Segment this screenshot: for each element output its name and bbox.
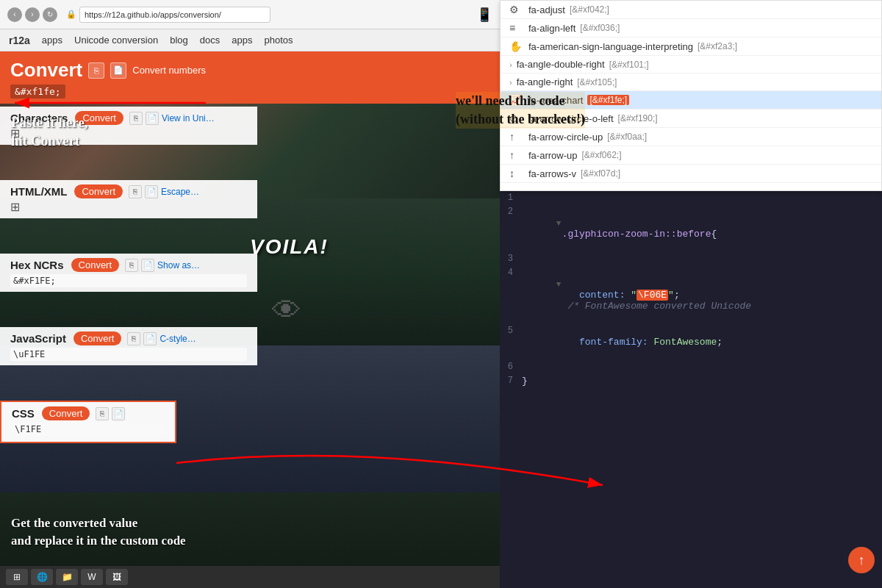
arrow-icon: › bbox=[509, 60, 512, 69]
hexncrs-output: &#xF1FE; bbox=[10, 274, 247, 287]
dropdown-item-code: [&#xf190;] bbox=[618, 113, 658, 123]
hexncrs-show-link[interactable]: Show as… bbox=[157, 260, 200, 270]
hexncrs-file-icon[interactable]: 📄 bbox=[141, 259, 154, 272]
copy-icon-btn[interactable]: ⎘ bbox=[88, 62, 104, 79]
taskbar-btn-5[interactable]: 🖼 bbox=[106, 569, 128, 585]
dropdown-item-alignleft[interactable]: ≡ fa-align-left [&#xf036;] bbox=[501, 19, 881, 37]
dropdown-item-angle-double[interactable]: › fa-angle-double-right [&#xf101;] bbox=[501, 56, 881, 74]
nav-separator: apps bbox=[42, 35, 62, 46]
code-line-2: 2 ▼ .glyphicon-zoom-in::before{ bbox=[500, 205, 882, 252]
code-line-3: 3 bbox=[500, 252, 882, 266]
taskbar: ⊞ 🌐 📁 W 🖼 bbox=[0, 566, 500, 588]
line-num-4: 4 bbox=[500, 268, 522, 278]
line-num-6: 6 bbox=[500, 362, 522, 372]
header-input-row: &#xf1fe; bbox=[10, 85, 490, 98]
nav-bar: r12a apps Unicode conversion blog docs a… bbox=[0, 29, 500, 51]
css-file-icon[interactable]: 📄 bbox=[112, 407, 125, 420]
hexncrs-icons: ⎘ 📄 bbox=[125, 259, 154, 272]
area-chart-icon: 📈 bbox=[509, 94, 524, 106]
taskbar-btn-3[interactable]: 📁 bbox=[56, 569, 78, 585]
url-bar[interactable] bbox=[79, 7, 270, 23]
hexncrs-section: Hex NCRs Convert ⎘ 📄 Show as… &#xF1FE; bbox=[0, 254, 257, 292]
code-content-4: ▼ content: "\F06E"; /* FontAwesome conve… bbox=[522, 268, 882, 323]
code-content-5: font-family: FontAwesome; bbox=[522, 326, 882, 359]
htmlxml-label: HTML/XML bbox=[10, 185, 67, 198]
javascript-convert-btn[interactable]: Convert bbox=[74, 331, 122, 345]
header-subtitle: Convert numbers bbox=[132, 65, 206, 76]
file-icon-btn[interactable]: 📄 bbox=[110, 62, 126, 79]
back-button[interactable]: ‹ bbox=[7, 7, 22, 22]
taskbar-btn-4[interactable]: W bbox=[81, 569, 103, 585]
hexncrs-copy-icon[interactable]: ⎘ bbox=[125, 259, 138, 272]
nav-docs[interactable]: docs bbox=[200, 35, 220, 46]
dropdown-item-area-chart[interactable]: 📈 fa-area-chart [&#xf1fe;] bbox=[501, 91, 881, 110]
javascript-copy-icon[interactable]: ⎘ bbox=[127, 332, 140, 345]
css-section: CSS Convert ⎘ 📄 \F1FE bbox=[0, 401, 176, 443]
characters-view-link[interactable]: View in Uni… bbox=[162, 113, 215, 123]
characters-label: Characters bbox=[10, 112, 68, 124]
css-copy-icon[interactable]: ⎘ bbox=[96, 407, 109, 420]
arrow-circle-icon: ⊙ bbox=[509, 112, 524, 124]
nav-breadcrumb: Unicode conversion bbox=[74, 35, 158, 46]
refresh-button[interactable]: ↻ bbox=[43, 7, 57, 22]
asl-icon: ✋ bbox=[509, 40, 524, 52]
nav-buttons: ‹ › ↻ bbox=[7, 7, 57, 22]
dropdown-item-code: [&#xf105;] bbox=[577, 77, 617, 87]
dropdown-item-adjust[interactable]: ⚙ fa-adjust [&#xf042;] bbox=[501, 1, 881, 19]
arrow-circle-up-icon: ↑ bbox=[509, 131, 524, 143]
header-section: Convert ⎘ 📄 Convert numbers &#xf1fe; bbox=[0, 51, 500, 104]
code-content-7: } bbox=[522, 376, 882, 387]
dropdown-item-arrow-up[interactable]: ↑ fa-arrow-up [&#xf062;] bbox=[501, 146, 881, 165]
htmlxml-convert-btn[interactable]: Convert bbox=[74, 184, 123, 198]
line-num-2: 2 bbox=[500, 207, 522, 217]
htmlxml-section: HTML/XML Convert ⎘ 📄 Escape… ⊞ bbox=[0, 180, 257, 218]
javascript-file-icon[interactable]: 📄 bbox=[143, 332, 157, 345]
mobile-icon: 📱 bbox=[476, 7, 492, 23]
dropdown-item-name: fa-angle-right bbox=[517, 76, 573, 87]
nav-apps[interactable]: apps bbox=[232, 35, 252, 46]
dropdown-item-angle-right[interactable]: › fa-angle-right [&#xf105;] bbox=[501, 74, 881, 91]
dropdown-item-name: fa-arrow-circle-up bbox=[528, 132, 603, 143]
scroll-to-top-btn[interactable]: ↑ bbox=[848, 547, 875, 573]
page-title: Convert bbox=[10, 59, 82, 82]
characters-copy-icon[interactable]: ⎘ bbox=[129, 112, 143, 125]
dropdown-item-name: fa-arrow-circle-o-left bbox=[528, 113, 614, 124]
code-line-7: 7 } bbox=[500, 374, 882, 388]
code-line-1: 1 bbox=[500, 191, 882, 205]
dropdown-item-arrows-v[interactable]: ↕ fa-arrows-v [&#xf07d;] bbox=[501, 165, 881, 183]
forward-button[interactable]: › bbox=[25, 7, 40, 22]
dropdown-item-code: [&#xf042;] bbox=[570, 4, 609, 15]
htmlxml-file-icon[interactable]: 📄 bbox=[145, 185, 158, 198]
characters-file-icon[interactable]: 📄 bbox=[146, 112, 159, 125]
dropdown-item-asl[interactable]: ✋ fa-american-sign-language-interpreting… bbox=[501, 37, 881, 56]
taskbar-btn-2[interactable]: 🌐 bbox=[31, 569, 53, 585]
javascript-cstyle-link[interactable]: C-style… bbox=[159, 334, 196, 344]
dropdown-item-code: [&#xf036;] bbox=[580, 23, 620, 33]
dropdown-item-name: fa-align-left bbox=[528, 23, 576, 34]
dropdown-item-name: fa-american-sign-language-interpreting bbox=[528, 41, 693, 52]
dropdown-item-arrow-circle-up[interactable]: ↑ fa-arrow-circle-up [&#xf0aa;] bbox=[501, 128, 881, 146]
css-convert-btn[interactable]: Convert bbox=[42, 406, 90, 420]
line-num-1: 1 bbox=[500, 193, 522, 203]
javascript-section: JavaScript Convert ⎘ 📄 C-style… \uF1FE bbox=[0, 327, 257, 365]
align-left-icon: ≡ bbox=[509, 22, 524, 34]
htmlxml-escape-link[interactable]: Escape… bbox=[161, 187, 199, 197]
dropdown-item-code-highlight: [&#xf1fe;] bbox=[587, 95, 629, 105]
javascript-icons: ⎘ 📄 bbox=[127, 332, 157, 345]
characters-icons: ⎘ 📄 bbox=[129, 112, 159, 125]
code-line-6: 6 bbox=[500, 360, 882, 374]
nav-blog[interactable]: blog bbox=[170, 35, 188, 46]
dropdown-item-arrow-circle-o[interactable]: ⊙ fa-arrow-circle-o-left [&#xf190;] bbox=[501, 110, 881, 128]
htmlxml-copy-icon[interactable]: ⎘ bbox=[129, 185, 142, 198]
code-content-1 bbox=[522, 193, 882, 204]
code-line-4: 4 ▼ content: "\F06E"; /* FontAwesome con… bbox=[500, 266, 882, 324]
css-label: CSS bbox=[12, 407, 35, 420]
nav-photos[interactable]: photos bbox=[264, 35, 293, 46]
taskbar-btn-1[interactable]: ⊞ bbox=[6, 569, 28, 585]
line-num-7: 7 bbox=[500, 376, 522, 386]
dropdown-item-code: [&#xf07d;] bbox=[581, 168, 620, 179]
characters-convert-btn[interactable]: Convert bbox=[75, 111, 123, 125]
header-input-display: &#xf1fe; bbox=[10, 85, 65, 98]
code-content-2: ▼ .glyphicon-zoom-in::before{ bbox=[522, 207, 882, 251]
hexncrs-convert-btn[interactable]: Convert bbox=[71, 258, 120, 272]
